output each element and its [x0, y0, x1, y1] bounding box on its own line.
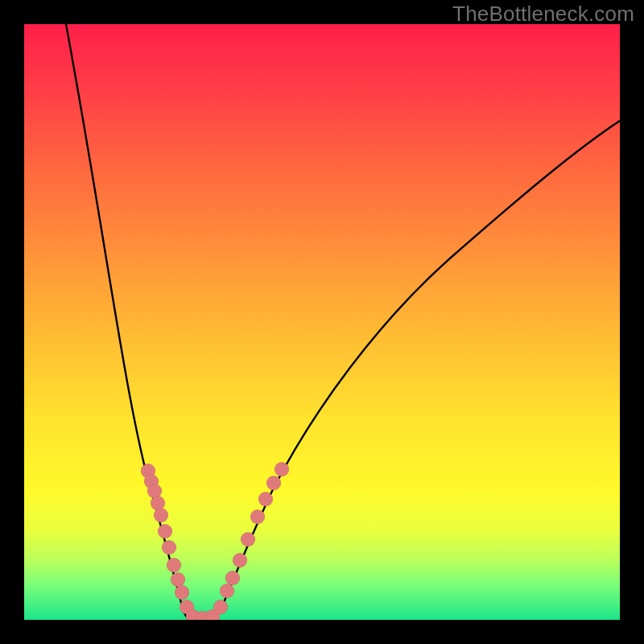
sample-dot [154, 508, 168, 522]
sample-dot [275, 462, 289, 477]
watermark-text: TheBottleneck.com [452, 2, 634, 27]
sample-dot [258, 492, 273, 506]
sample-dot [162, 540, 176, 555]
sample-dot [213, 600, 228, 614]
sample-dot [167, 558, 181, 572]
sample-dot [220, 584, 234, 598]
sample-dot [250, 510, 265, 524]
bottleneck-curve-right [214, 121, 620, 620]
sample-dot [175, 585, 189, 600]
sample-dot [266, 476, 281, 490]
sample-dots-group [141, 462, 289, 620]
sample-dot [171, 572, 185, 587]
sample-dot [225, 571, 240, 585]
curve-layer [24, 24, 620, 620]
sample-dot [241, 532, 255, 547]
plot-area [24, 24, 620, 620]
sample-dot [158, 524, 172, 539]
chart-frame: TheBottleneck.com [0, 0, 644, 644]
sample-dot [233, 553, 247, 568]
